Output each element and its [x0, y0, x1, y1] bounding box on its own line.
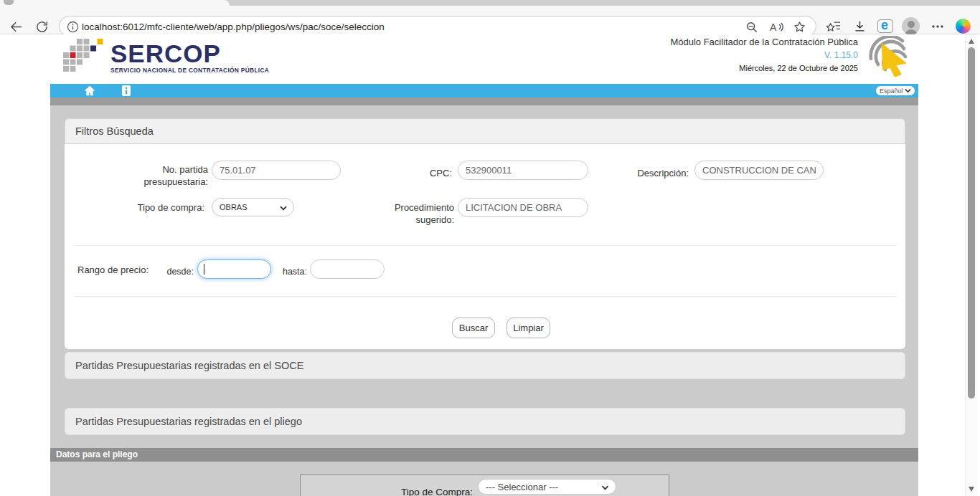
tipo-compra-label: Tipo de compra: — [133, 201, 204, 214]
pliego-tipo-compra-select[interactable]: --- Seleccionar --- — [478, 479, 616, 495]
pliego-form-box: Tipo de Compra: --- Seleccionar --- — [300, 474, 669, 496]
header-meta: Módulo Facilitador de la Contratación Pú… — [670, 37, 858, 72]
logo-title: SERCOP — [110, 43, 269, 65]
desde-input[interactable] — [197, 259, 271, 279]
tipo-compra-select[interactable]: OBRAS — [212, 198, 294, 216]
favorites-bar-icon[interactable] — [824, 19, 842, 34]
ie-mode-icon[interactable]: e — [877, 19, 893, 33]
descripcion-input[interactable] — [694, 161, 824, 180]
rango-precio-label: Rango de precio: — [77, 264, 158, 276]
language-label: Español — [880, 87, 903, 95]
section-datos-pliego: Datos para el pliego — [50, 448, 918, 462]
filters-panel: Filtros Búsqueda No. partida presupuesta… — [65, 118, 905, 349]
scroll-down-arrow[interactable] — [969, 487, 974, 492]
settings-more-icon[interactable] — [929, 19, 946, 34]
info-icon[interactable] — [119, 85, 133, 97]
read-aloud-icon[interactable]: A — [768, 20, 784, 34]
filters-panel-body: No. partida presupuestaria: CPC: Descrip… — [65, 144, 905, 349]
sercop-logo: SERCOP SERVICIO NACIONAL DE CONTRATACIÓN… — [63, 39, 269, 75]
web-page: SERCOP SERVICIO NACIONAL DE CONTRATACIÓN… — [0, 34, 980, 496]
active-tab[interactable] — [0, 0, 230, 6]
divider — [73, 296, 897, 297]
filters-panel-title: Filtros Búsqueda — [65, 118, 905, 144]
sercop-pixel-logo — [63, 39, 105, 75]
text-caret — [204, 264, 204, 275]
hasta-input[interactable] — [310, 259, 385, 279]
svg-text:A: A — [770, 22, 777, 33]
page-scrollbar[interactable] — [965, 34, 977, 496]
avatar-head — [908, 21, 915, 28]
browser-toolbar: localhost:6012/mfc-cliente/web/app.php/p… — [0, 6, 980, 34]
procedimiento-input[interactable] — [458, 198, 588, 217]
cpc-input[interactable] — [458, 161, 588, 180]
favorite-star-icon[interactable] — [791, 20, 807, 34]
tab-strip — [0, 0, 980, 6]
profile-avatar[interactable] — [902, 17, 920, 35]
page-container: SERCOP SERVICIO NACIONAL DE CONTRATACIÓN… — [50, 34, 918, 496]
pliego-tipo-compra-value: --- Seleccionar --- — [486, 482, 558, 492]
cpc-label: CPC: — [380, 167, 452, 179]
language-select[interactable]: Español — [876, 86, 915, 95]
chevron-down-icon — [601, 485, 609, 490]
procedimiento-label: Procedimiento sugerido: — [368, 201, 454, 226]
logo-subtitle: SERVICIO NACIONAL DE CONTRATACIÓN PÚBLIC… — [110, 67, 269, 74]
version-label: V. 1.15.0 — [670, 50, 858, 60]
scroll-up-arrow[interactable] — [969, 39, 974, 44]
module-title: Módulo Facilitador de la Contratación Pú… — [670, 37, 858, 47]
section-soce[interactable]: Partidas Presupuestarias registradas en … — [65, 352, 905, 379]
date-label: Miércoles, 22 de Octubre de 2025 — [670, 64, 858, 72]
site-info-icon[interactable] — [67, 21, 79, 36]
hasta-label: hasta: — [278, 266, 307, 278]
main-navbar: Español — [50, 84, 918, 97]
chevron-down-icon — [905, 88, 911, 93]
site-header: SERCOP SERVICIO NACIONAL DE CONTRATACIÓN… — [50, 34, 918, 84]
buscar-button[interactable]: Buscar — [452, 318, 495, 338]
limpiar-button[interactable]: Limpiar — [507, 318, 550, 338]
partida-input[interactable] — [212, 161, 341, 180]
copilot-icon[interactable] — [956, 19, 971, 34]
downloads-icon[interactable] — [851, 19, 868, 34]
pliego-tipo-compra-label: Tipo de Compra: — [329, 487, 473, 496]
divider — [73, 245, 897, 246]
back-icon[interactable] — [7, 19, 24, 34]
home-icon[interactable] — [83, 85, 97, 97]
zoom-out-icon[interactable] — [744, 20, 760, 34]
tipo-compra-value: OBRAS — [220, 203, 248, 211]
partida-label: No. partida presupuestaria: — [122, 163, 208, 188]
mfc-swoosh-logo — [861, 36, 917, 77]
section-pliego[interactable]: Partidas Presupuestarias registradas en … — [65, 408, 905, 435]
chevron-down-icon — [280, 206, 287, 211]
url-text[interactable]: localhost:6012/mfc-cliente/web/app.php/p… — [82, 22, 385, 32]
tab-handle[interactable] — [4, 0, 14, 5]
refresh-icon[interactable] — [33, 19, 50, 34]
navbar-shadow-strip — [50, 97, 918, 105]
address-bar[interactable]: localhost:6012/mfc-cliente/web/app.php/p… — [59, 16, 816, 37]
desde-label: desde: — [164, 266, 194, 278]
scrollbar-thumb[interactable] — [968, 47, 975, 399]
descripcion-label: Descripción: — [617, 167, 689, 179]
browser-window: localhost:6012/mfc-cliente/web/app.php/p… — [0, 0, 980, 496]
